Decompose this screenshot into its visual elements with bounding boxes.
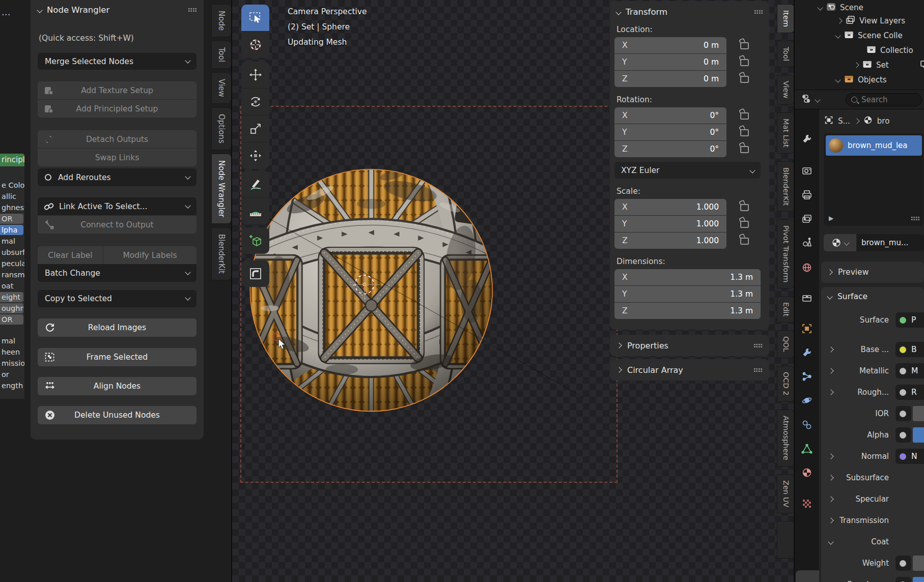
node-header[interactable]: rincipled [0, 154, 24, 166]
sidebar-tab[interactable]: View [211, 72, 232, 104]
drag-grid-icon[interactable] [911, 216, 919, 221]
number-field[interactable]: Z0° [614, 141, 726, 157]
linked-value-button[interactable]: M [895, 363, 924, 379]
outliner-row-scene-collection[interactable]: Scene Colle [836, 29, 903, 42]
unlock-icon[interactable] [740, 238, 749, 245]
sidebar-tab[interactable]: Tool [211, 41, 232, 69]
link-active-to-selected-button[interactable]: Link Active To Select... [38, 197, 197, 215]
number-field[interactable]: Y1.000 [614, 216, 726, 232]
number-field[interactable]: X0° [614, 107, 726, 124]
expand-chevron[interactable] [825, 390, 836, 394]
search-input[interactable]: Search [846, 93, 922, 106]
sidebar-tab[interactable]: Options [211, 107, 232, 150]
node-socket-label[interactable]: OR [0, 214, 23, 224]
chevron-down-icon[interactable] [37, 7, 42, 13]
value-slider[interactable] [913, 556, 924, 571]
corner-pin-tool[interactable] [241, 260, 269, 287]
surface-panel-header[interactable]: Surface [821, 292, 924, 301]
node-socket-label[interactable]: ength [0, 381, 24, 391]
move-tool[interactable] [241, 62, 269, 88]
reload-images-button[interactable]: Reload Images [38, 318, 197, 337]
linked-value-button[interactable] [895, 406, 911, 421]
drag-grid-icon[interactable] [754, 10, 763, 14]
tab-world[interactable] [799, 260, 815, 275]
node-socket-label[interactable]: eight [0, 292, 23, 302]
connect-to-output-button[interactable]: Connect to Output [38, 216, 197, 234]
sidebar-tab[interactable]: View [777, 75, 795, 104]
sidebar-tab[interactable]: Pivot Transform [777, 219, 795, 288]
tab-texture[interactable] [799, 496, 815, 511]
linked-value-button[interactable] [895, 427, 911, 443]
outliner-row-view-layers[interactable]: View Layers [837, 14, 905, 27]
tab-view-layer[interactable] [799, 212, 815, 227]
sidebar-tab[interactable]: Node [211, 4, 232, 37]
linked-value-button[interactable]: R [895, 385, 924, 400]
node-socket-label[interactable]: mal [0, 336, 24, 346]
expand-chevron[interactable] [825, 454, 836, 458]
specials-arrow-icon[interactable]: ▶ [829, 215, 833, 222]
node-socket-label[interactable]: e Color [0, 180, 24, 190]
clear-label-button[interactable]: Clear Label [38, 246, 103, 264]
sidebar-tab[interactable]: Tool [777, 41, 795, 67]
unlock-icon[interactable] [740, 59, 749, 66]
tab-object-data[interactable] [799, 441, 815, 456]
sidebar-tab[interactable]: Mat List [777, 112, 795, 154]
add-texture-setup-button[interactable]: Add Texture Setup [38, 81, 197, 99]
linked-value-button[interactable] [895, 577, 911, 582]
transform-tool[interactable] [241, 142, 269, 169]
breadcrumb-object[interactable]: S... [838, 117, 850, 126]
node-socket-label[interactable]: ransmis [0, 270, 24, 280]
value-slider[interactable] [913, 577, 924, 582]
expand-chevron[interactable] [825, 540, 836, 544]
editor-seam[interactable] [231, 0, 232, 582]
outliner-row-scene[interactable]: Scene [818, 1, 863, 14]
number-field[interactable]: Y0° [614, 124, 726, 140]
tab-collection[interactable] [799, 290, 815, 306]
sidebar-tab[interactable]: Atmosphere [777, 410, 795, 467]
node-socket-label[interactable]: oat [0, 281, 24, 291]
sidebar-tab[interactable] [777, 521, 795, 559]
node-socket-label[interactable]: pecular [0, 258, 24, 269]
node-socket-label[interactable]: oughne [0, 303, 23, 313]
material-browse-dropdown[interactable] [824, 234, 856, 251]
panel-title[interactable]: Node Wrangler [47, 5, 109, 15]
node-socket-label[interactable]: ubsurfa [0, 247, 24, 257]
linked-value-button[interactable]: B [895, 342, 924, 357]
editor-type-selector[interactable] [802, 93, 833, 106]
node-socket-label[interactable]: allic [0, 191, 24, 201]
expand-chevron[interactable] [825, 369, 836, 373]
annotate-tool[interactable] [241, 171, 269, 197]
breadcrumb-material[interactable]: bro [877, 117, 890, 126]
number-field[interactable]: X1.3 m [614, 269, 761, 285]
expand-chevron[interactable] [825, 347, 836, 352]
tab-output[interactable] [799, 187, 815, 202]
number-field[interactable]: X0 m [614, 37, 726, 53]
linked-value-button[interactable]: P [895, 312, 924, 328]
circular-array-collapsed-panel[interactable]: Circular Array [610, 359, 769, 381]
node-socket-label[interactable]: ghness [0, 202, 24, 213]
copy-to-selected-button[interactable]: Copy to Selected [38, 290, 197, 307]
chevron-down-icon[interactable] [817, 5, 823, 10]
node-socket-label[interactable]: mission [0, 358, 24, 368]
tab-constraints[interactable] [799, 417, 815, 432]
unlock-icon[interactable] [740, 42, 749, 49]
value-slider[interactable] [913, 427, 924, 443]
panel-title[interactable]: Transform [626, 7, 667, 17]
linked-value-button[interactable] [895, 556, 911, 571]
expand-chevron[interactable] [825, 518, 836, 522]
sidebar-tab[interactable]: Zen UV [777, 474, 795, 513]
outliner-row-objects[interactable]: Objects [836, 73, 887, 86]
partial-principled-node[interactable]: rincipled e Color allic ghness OR lpha m… [0, 154, 24, 399]
outliner-row-collection[interactable]: Collectio [866, 44, 913, 57]
value-slider[interactable] [913, 406, 924, 421]
unlock-icon[interactable] [740, 204, 749, 211]
sidebar-tab[interactable]: Edit [777, 296, 795, 323]
number-field[interactable]: X1.000 [614, 199, 726, 215]
sidebar-tab[interactable]: BlenderKit [777, 161, 795, 212]
chevron-down-icon[interactable] [615, 9, 621, 15]
drag-grid-icon[interactable] [188, 8, 197, 12]
add-cube-tool[interactable] [241, 227, 269, 254]
box-select-tool[interactable] [241, 5, 269, 31]
sidebar-tab[interactable]: Item [777, 4, 795, 33]
linked-value-button[interactable]: N [895, 449, 924, 464]
